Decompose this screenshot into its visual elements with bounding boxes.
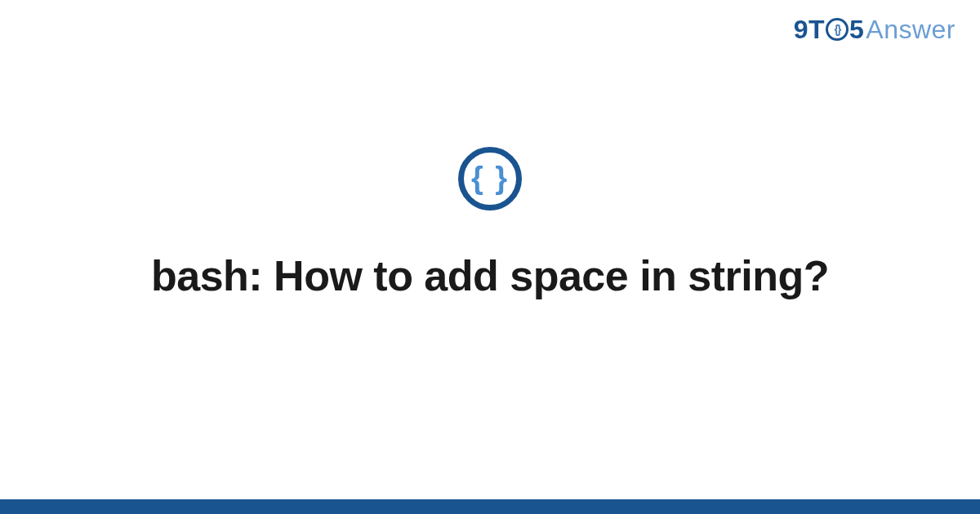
- code-braces-icon: { }: [458, 147, 522, 210]
- braces-glyph: { }: [471, 162, 509, 193]
- footer-accent-bar: [0, 499, 980, 514]
- question-title: bash: How to add space in string?: [118, 250, 862, 303]
- content-area: { } bash: How to add space in string?: [0, 0, 980, 514]
